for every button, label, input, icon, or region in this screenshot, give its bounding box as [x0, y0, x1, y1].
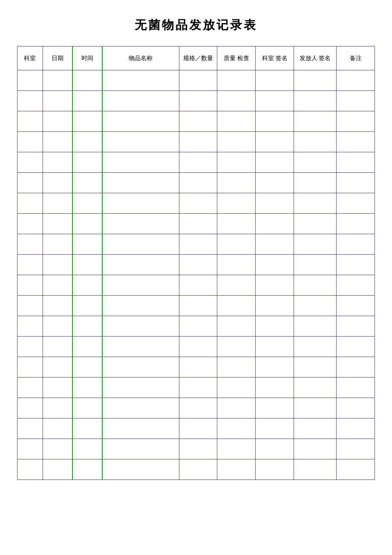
table-cell: [294, 459, 337, 480]
table-cell: [217, 337, 256, 357]
table-cell: [294, 111, 337, 132]
table-cell: [217, 193, 256, 214]
table-cell: [72, 378, 102, 398]
table-cell: [17, 398, 43, 418]
table-cell: [217, 70, 256, 91]
table-cell: [102, 70, 179, 91]
table-cell: [179, 439, 217, 459]
table-cell: [179, 337, 217, 357]
header-keishi-sign: 科室 签名: [256, 46, 294, 70]
table-cell: [179, 91, 217, 111]
table-cell: [256, 439, 294, 459]
table-cell: [17, 111, 43, 132]
table-cell: [102, 173, 179, 193]
table-cell: [102, 337, 179, 357]
table-cell: [294, 296, 337, 316]
table-cell: [337, 91, 375, 111]
table-cell: [179, 275, 217, 296]
header-keishi: 科室: [17, 46, 43, 70]
table-cell: [17, 316, 43, 337]
table-cell: [337, 316, 375, 337]
table-row: [17, 91, 375, 111]
table-cell: [102, 152, 179, 173]
table-cell: [43, 111, 72, 132]
table-cell: [217, 152, 256, 173]
table-row: [17, 152, 375, 173]
table-cell: [256, 418, 294, 439]
table-cell: [43, 418, 72, 439]
table-cell: [17, 459, 43, 480]
table-cell: [337, 296, 375, 316]
table-cell: [294, 418, 337, 439]
table-cell: [337, 337, 375, 357]
table-cell: [17, 357, 43, 378]
table-cell: [17, 152, 43, 173]
table-cell: [179, 214, 217, 234]
table-cell: [102, 459, 179, 480]
table-cell: [43, 70, 72, 91]
table-cell: [337, 111, 375, 132]
table-cell: [256, 378, 294, 398]
table-cell: [102, 398, 179, 418]
table-cell: [294, 234, 337, 255]
table-cell: [256, 70, 294, 91]
table-cell: [102, 234, 179, 255]
table-cell: [72, 132, 102, 152]
table-cell: [102, 378, 179, 398]
table-cell: [17, 439, 43, 459]
table-cell: [102, 439, 179, 459]
table-row: [17, 70, 375, 91]
table-cell: [217, 173, 256, 193]
table-cell: [102, 418, 179, 439]
header-zhiliang: 质量 检查: [217, 46, 256, 70]
table-cell: [294, 316, 337, 337]
table-cell: [72, 357, 102, 378]
table-cell: [217, 91, 256, 111]
table-cell: [337, 152, 375, 173]
table-cell: [256, 337, 294, 357]
table-row: [17, 357, 375, 378]
table-cell: [337, 173, 375, 193]
table-cell: [102, 316, 179, 337]
table-cell: [217, 398, 256, 418]
table-cell: [43, 91, 72, 111]
table-cell: [217, 459, 256, 480]
table-cell: [256, 296, 294, 316]
table-cell: [102, 193, 179, 214]
table-row: [17, 378, 375, 398]
table-cell: [43, 459, 72, 480]
table-cell: [43, 132, 72, 152]
table-cell: [256, 193, 294, 214]
table-cell: [256, 234, 294, 255]
table-cell: [179, 398, 217, 418]
table-cell: [294, 173, 337, 193]
table-cell: [43, 193, 72, 214]
table-row: [17, 296, 375, 316]
table-cell: [179, 316, 217, 337]
table-row: [17, 275, 375, 296]
table-cell: [337, 214, 375, 234]
table-row: [17, 111, 375, 132]
header-guige: 规格／数量: [179, 46, 217, 70]
table-cell: [256, 132, 294, 152]
table-cell: [17, 418, 43, 439]
header-wupin: 物品名称: [102, 46, 179, 70]
table-cell: [17, 193, 43, 214]
table-cell: [337, 70, 375, 91]
table-cell: [217, 255, 256, 275]
table-cell: [17, 70, 43, 91]
table-cell: [17, 378, 43, 398]
table-cell: [43, 152, 72, 173]
header-riqi: 日期: [43, 46, 72, 70]
table-cell: [17, 255, 43, 275]
header-fafang-sign: 发放人 签名: [294, 46, 337, 70]
table-cell: [179, 296, 217, 316]
table-cell: [17, 337, 43, 357]
table-cell: [294, 275, 337, 296]
table-cell: [43, 296, 72, 316]
table-cell: [256, 152, 294, 173]
table-cell: [217, 234, 256, 255]
table-cell: [337, 398, 375, 418]
table-cell: [43, 234, 72, 255]
table-row: [17, 398, 375, 418]
